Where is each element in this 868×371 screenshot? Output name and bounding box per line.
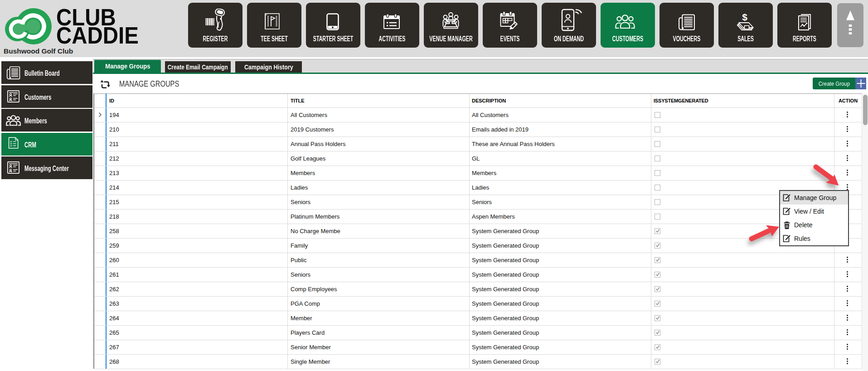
svg-text:$: $ bbox=[742, 12, 747, 22]
